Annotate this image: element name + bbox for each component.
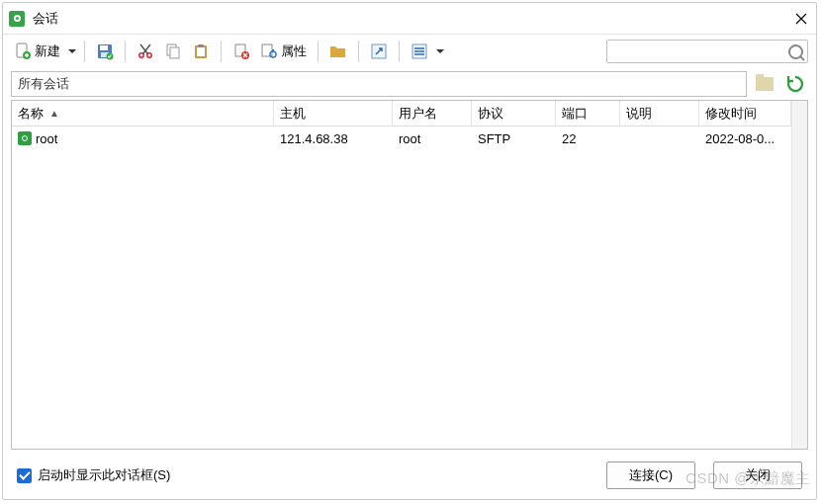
- toolbar-separator: [318, 41, 319, 62]
- toolbar: 新建: [3, 35, 816, 68]
- session-list: 名称▲ 主机 用户名 协议 端口 说明 修改时间 root 121.4.68.3…: [11, 100, 808, 450]
- col-host[interactable]: 主机: [274, 101, 393, 126]
- titlebar: 会话: [3, 3, 816, 35]
- window-title: 会话: [33, 10, 58, 28]
- copy-button[interactable]: [161, 40, 185, 63]
- properties-button[interactable]: 属性: [257, 40, 310, 63]
- refresh-icon: [785, 74, 805, 94]
- col-port[interactable]: 端口: [556, 101, 620, 126]
- open-folder-icon: [756, 77, 774, 91]
- view-dropdown-arrow-icon[interactable]: [435, 41, 444, 62]
- startup-checkbox[interactable]: [17, 468, 32, 483]
- new-button[interactable]: 新建: [11, 40, 63, 63]
- properties-icon: [260, 42, 278, 60]
- toolbar-separator: [358, 41, 359, 62]
- startup-checkbox-label[interactable]: 启动时显示此对话框(S): [38, 466, 170, 484]
- paste-button[interactable]: [189, 40, 213, 63]
- refresh-button[interactable]: [782, 72, 808, 96]
- new-dropdown-arrow-icon[interactable]: [67, 41, 76, 62]
- cell-mtime: 2022-08-0...: [705, 131, 775, 146]
- toolbar-separator: [125, 41, 126, 62]
- toolbar-separator: [84, 41, 85, 62]
- cell-proto: SFTP: [478, 131, 510, 146]
- properties-button-label: 属性: [281, 42, 307, 60]
- search-input-wrap[interactable]: [606, 40, 808, 63]
- table-header: 名称▲ 主机 用户名 协议 端口 说明 修改时间: [12, 101, 791, 126]
- save-icon: [96, 42, 114, 60]
- vertical-scrollbar[interactable]: [791, 101, 807, 449]
- cut-button[interactable]: [134, 40, 157, 63]
- svg-rect-9: [170, 47, 179, 58]
- svg-rect-3: [100, 45, 108, 50]
- col-proto[interactable]: 协议: [472, 101, 556, 126]
- col-user[interactable]: 用户名: [393, 101, 472, 126]
- folder-icon: [329, 43, 347, 59]
- cell-host: 121.4.68.38: [280, 131, 348, 146]
- shortcut-button[interactable]: [367, 40, 391, 63]
- table-row[interactable]: root 121.4.68.38 root SFTP 22 2022-08-0.…: [12, 126, 791, 150]
- view-button[interactable]: [408, 40, 431, 63]
- search-icon[interactable]: [788, 44, 803, 59]
- search-input[interactable]: [611, 43, 788, 59]
- scissors-icon: [137, 42, 154, 60]
- folder-button[interactable]: [326, 40, 350, 63]
- cell-user: root: [399, 131, 420, 146]
- copy-icon: [164, 42, 182, 60]
- table-body: root 121.4.68.38 root SFTP 22 2022-08-0.…: [12, 126, 791, 449]
- paste-icon: [192, 42, 210, 60]
- svg-rect-17: [272, 49, 274, 52]
- toolbar-separator: [221, 41, 222, 62]
- shortcut-icon: [370, 42, 388, 60]
- footer: 启动时显示此对话框(S) 连接(C) 关闭: [3, 456, 816, 499]
- delete-button[interactable]: [229, 40, 253, 63]
- open-folder-button[interactable]: [753, 72, 776, 96]
- path-text: 所有会话: [18, 75, 69, 93]
- connect-button[interactable]: 连接(C): [606, 462, 695, 489]
- svg-rect-11: [197, 47, 205, 56]
- delete-icon: [232, 42, 250, 60]
- col-desc[interactable]: 说明: [620, 101, 699, 126]
- session-icon: [18, 131, 32, 145]
- document-plus-icon: [14, 42, 32, 60]
- path-input[interactable]: 所有会话: [11, 71, 747, 97]
- list-view-icon: [410, 42, 428, 60]
- save-button[interactable]: [93, 40, 117, 63]
- sort-asc-icon: ▲: [49, 108, 59, 119]
- close-button[interactable]: 关闭: [713, 462, 802, 489]
- svg-rect-12: [198, 44, 204, 47]
- path-bar: 所有会话: [3, 68, 816, 100]
- cell-name: root: [36, 131, 57, 146]
- toolbar-separator: [399, 41, 400, 62]
- new-button-label: 新建: [35, 42, 60, 60]
- app-icon: [9, 11, 25, 27]
- cell-port: 22: [562, 131, 576, 146]
- close-icon[interactable]: [792, 10, 810, 28]
- col-name[interactable]: 名称▲: [12, 101, 274, 126]
- window: 会话 新建: [2, 2, 817, 500]
- col-mtime[interactable]: 修改时间: [699, 101, 791, 126]
